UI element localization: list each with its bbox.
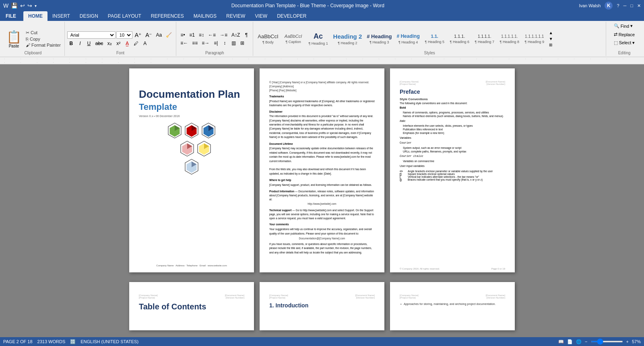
tab-insert[interactable]: INSERT [47,11,75,21]
word-count[interactable]: 2313 WORDS [37,339,66,344]
view-print-btn[interactable]: 📄 [567,339,573,344]
hex-blue [201,122,216,139]
support-section: Technical support — Go to http://www.[we… [269,208,375,220]
style-h5[interactable]: 1.1. ¶ Heading 5 [423,25,447,53]
styles-expand[interactable]: ⊞ [548,42,554,47]
change-case-btn[interactable]: Aa [155,31,164,39]
tab-design[interactable]: DESIGN [75,11,103,21]
tab-view[interactable]: VIEW [250,11,272,21]
find-button[interactable]: 🔍 Find ▾ [612,23,634,29]
multilevel-btn[interactable]: ≡↕ [197,31,206,39]
paste-icon: 📋 [6,30,21,44]
italic-button[interactable]: I [76,40,84,47]
convention-pipe-desc: Vertical bar indicates alternate selecti… [408,175,505,178]
tab-file[interactable]: FILE [0,11,22,21]
style-h4[interactable]: # Heading ¶ Heading 4 [394,25,421,53]
style-h3-label: ¶ Heading 3 [369,40,389,44]
language-info[interactable]: ENGLISH (UNITED STATES) [80,339,138,344]
numbering-btn[interactable]: ≡1 [188,31,196,39]
tab-review[interactable]: REVIEW [221,11,250,21]
increase-indent-btn[interactable]: →≡ [218,31,229,39]
style-body-label: ¶ Body [262,40,274,44]
align-center-btn[interactable]: ≡≡ [190,39,199,47]
styles-scroll-up[interactable]: ▲ [548,30,554,35]
user-avatar: K [605,2,613,10]
close-btn[interactable]: ✕ [637,3,641,8]
subscript-btn[interactable]: x₂ [105,40,114,47]
clear-format-btn[interactable]: 🧹 [164,31,173,39]
font-shrink-btn[interactable]: A⁻ [144,31,153,39]
bullets-btn[interactable]: ≡• [179,31,187,39]
help-btn[interactable]: ? [617,3,619,8]
text-effect-btn[interactable]: A [141,40,149,47]
page-header: [Company Name] [Project Name] [Document … [400,80,505,85]
restore-btn[interactable]: □ [630,3,633,8]
underline-button[interactable]: U [85,40,93,47]
align-left-btn[interactable]: ≡← [179,39,190,47]
superscript-btn[interactable]: x² [114,40,122,47]
tab-page-layout[interactable]: PAGE LAYOUT [103,11,146,21]
view-read-btn[interactable]: 📖 [558,339,564,344]
view-web-btn[interactable]: 🌐 [576,339,582,344]
replace-button[interactable]: ⇄ Replace [612,31,636,38]
toc-version: [Version Number] [225,297,244,299]
font-color-btn[interactable]: A̲ [123,40,131,47]
styles-content: AaBbCcI ¶ Body AaBbCcI ¶ Caption Ac ¶ He… [256,23,603,55]
justify-btn[interactable]: ≡| [212,39,220,47]
highlight-btn[interactable]: 🖊 [132,40,140,47]
copy-button[interactable]: ⎘ Copy [25,36,62,42]
bottom-page-row: [Company Name] [Project Name] [Document … [129,282,515,336]
font-size-select[interactable]: 10 [116,31,132,39]
title-bar: W 💾 ↩ ↪ ▾ Documentation Plan Template - … [0,0,644,11]
header-right: [Document Name] [Version Number] [486,80,505,85]
cut-button[interactable]: ✂ Cut [25,30,62,36]
paste-button[interactable]: 📋 Paste [4,29,24,49]
font-grow-btn[interactable]: A⁺ [133,31,143,39]
style-h3[interactable]: # Heading ¶ Heading 3 [365,25,394,53]
undo-icon[interactable]: ↩ [20,2,25,9]
cut-icon: ✂ [26,30,31,35]
style-h2[interactable]: Heading 2 ¶ Heading 2 [331,25,364,53]
style-h1[interactable]: Ac ¶ Heading 1 [306,25,330,53]
toc-header-left: [Company Name] [Project Name] [139,294,158,299]
select-label: Select ▾ [619,40,635,45]
borders-btn[interactable]: ⊞ [238,39,246,47]
decrease-indent-btn[interactable]: ←≡ [206,31,217,39]
convention-square-bracket: [] [400,173,408,175]
tab-mailings[interactable]: MAILINGS [189,11,221,21]
style-h6[interactable]: 1.1.1. ¶ Heading 6 [448,25,472,53]
page-info[interactable]: PAGE 2 OF 18 [3,339,33,344]
shading-btn[interactable]: ▥ [229,39,237,47]
style-h8[interactable]: 1.1.1.1.1. ¶ Heading 8 [497,25,522,53]
zoom-out-btn[interactable]: − [585,339,587,344]
style-h7[interactable]: 1.1.1.1. ¶ Heading 7 [473,25,497,53]
clipboard-small-btns: ✂ Cut ⎘ Copy 🖌 Format Painter [25,30,62,48]
style-h9[interactable]: 1.1.1.1.1.1 ¶ Heading 9 [522,25,547,53]
sort-btn[interactable]: A↕Z [230,31,242,39]
bold-button[interactable]: B [67,40,75,47]
hex-yellow-outline [197,140,211,157]
strikethrough-btn[interactable]: abc [94,40,105,47]
tab-home[interactable]: HOME [23,11,47,21]
style-caption[interactable]: AaBbCcI ¶ Caption [281,25,305,53]
format-painter-button[interactable]: 🖌 Format Painter [25,42,62,48]
clipboard-group: 📋 Paste ✂ Cut ⎘ Copy 🖌 Format Painter Cl… [2,22,65,56]
font-name-select[interactable]: Arial [67,31,116,39]
redo-icon[interactable]: ↪ [27,2,32,9]
show-marks-btn[interactable]: ¶ [242,31,250,39]
minimize-btn[interactable]: ─ [623,3,627,8]
tab-references[interactable]: REFERENCES [146,11,189,21]
style-body[interactable]: AaBbCcI ¶ Body [256,25,280,53]
select-button[interactable]: ⬚ Select ▾ [612,39,637,46]
tab-developer[interactable]: DEVELOPER [272,11,311,21]
convention-row-square: [] Square brackets enclose optional valu… [400,173,505,175]
zoom-in-btn[interactable]: + [626,339,629,344]
line-spacing-btn[interactable]: ↕ [221,39,229,47]
styles-scroll-down[interactable]: ▼ [548,36,554,41]
save-icon[interactable]: 💾 [11,2,18,9]
style-h8-preview: 1.1.1.1.1. [501,34,518,39]
convention-user-input: User input variables [400,164,505,168]
align-right-btn[interactable]: ≡→ [200,39,211,47]
zoom-slider[interactable] [591,341,623,342]
zoom-level[interactable]: 57% [632,339,641,344]
